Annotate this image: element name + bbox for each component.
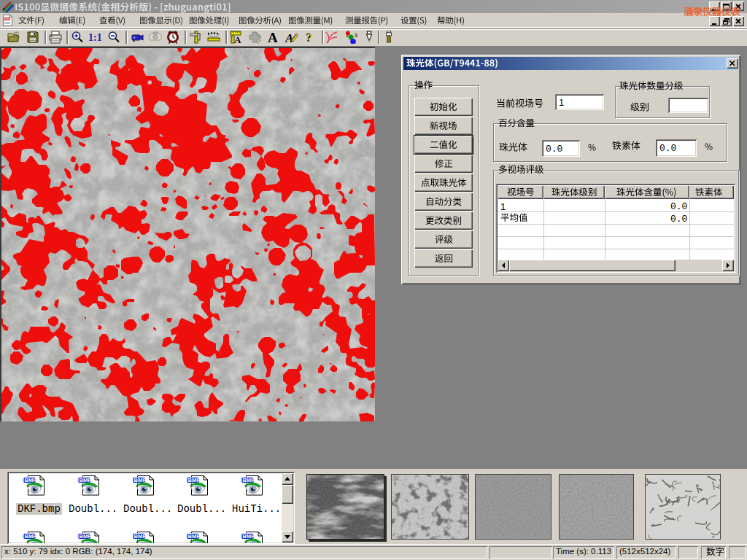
svg-text:A: A xyxy=(268,31,278,44)
svg-text:A: A xyxy=(234,34,241,44)
svg-text:1: 1 xyxy=(346,33,349,38)
svg-text:DOC: DOC xyxy=(3,17,11,20)
svg-text:3: 3 xyxy=(355,32,358,39)
svg-text:A: A xyxy=(285,31,293,44)
svg-text:?: ? xyxy=(307,31,314,44)
svg-text:1:1: 1:1 xyxy=(88,32,101,43)
